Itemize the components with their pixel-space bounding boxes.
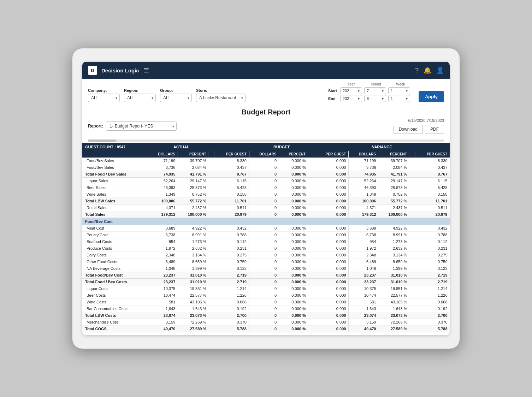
end-week-select[interactable]: 1 xyxy=(388,95,410,102)
scroll-thumb[interactable] xyxy=(88,140,116,142)
col-label xyxy=(82,151,148,158)
region-label: Region: xyxy=(124,88,156,93)
period-col-header: Period xyxy=(365,82,387,86)
pdf-button[interactable]: PDF xyxy=(425,125,444,134)
data-row: Beer Costs10,47422.577 %1.22600.000 %0.0… xyxy=(82,292,450,299)
store-filter: Store: A Lucky Restaurant xyxy=(196,88,246,102)
total-row: Total Food/Bev Cost23,23731.010 %2.71900… xyxy=(82,272,450,279)
report-select[interactable]: 1- Budget Report- YES xyxy=(106,122,177,131)
total-row: Total Food / Bev Costs23,23731.010 %2.71… xyxy=(82,279,450,285)
nav-right: ? 🔔 👤 xyxy=(415,66,444,74)
data-row: Wine Costs58143.105 %0.06800.000 %0.0005… xyxy=(82,299,450,306)
report-label: Report: xyxy=(88,124,103,129)
screen: D Decision Logic ☰ ? 🔔 👤 Company: ALL xyxy=(82,62,450,335)
scroll-indicator xyxy=(88,140,444,142)
total-row: Total COGS49,47027.589 %5.78800.000 %0.0… xyxy=(82,326,450,332)
end-year-select[interactable]: 202 xyxy=(340,95,362,102)
table-body: Food/Bev Sales71,19939.707 %8.33000.000 … xyxy=(82,158,450,332)
data-row: Seafood Costs9541.273 %0.11200.000 %0.00… xyxy=(82,238,450,245)
sub-section-row: Food/Bev Cost xyxy=(82,218,450,225)
section-header-row: GUEST COUNT : 8547 ACTUAL BUDGET VARIANC… xyxy=(82,143,450,151)
report-title: Budget Report xyxy=(88,108,444,116)
group-filter: Group: ALL xyxy=(160,88,192,102)
data-row: Dairy Costs2,3483.134 %0.27500.000 %0.00… xyxy=(82,252,450,259)
col-var-spacer xyxy=(409,151,415,158)
col-var-pg: PER GUEST xyxy=(415,151,449,158)
year-col-header: Year xyxy=(340,82,362,86)
start-label: Start xyxy=(328,89,338,93)
device-frame: D Decision Logic ☰ ? 🔔 👤 Company: ALL xyxy=(72,48,460,349)
col-var-dollars: DOLLARS xyxy=(348,151,378,158)
data-row: Bar Consumables Costs1,6431.643 %0.19200… xyxy=(82,306,450,312)
col-headers-row: DOLLARS PERCENT PER GUEST DOLLARS PERCEN… xyxy=(82,151,450,158)
region-filter: Region: ALL xyxy=(124,88,156,102)
start-year-select[interactable]: 202 xyxy=(340,87,362,94)
total-row: Total LBW Costs23,07423.073 %2.70000.000… xyxy=(82,312,450,319)
bell-icon[interactable]: 🔔 xyxy=(424,66,431,74)
help-icon[interactable]: ? xyxy=(415,67,419,74)
end-period-select[interactable]: 8 xyxy=(364,95,386,102)
app-title: Decision Logic xyxy=(101,67,139,73)
group-label: Group: xyxy=(160,88,192,93)
report-content: Budget Report Report: 1- Budget Report- … xyxy=(82,105,450,138)
total-row: Total Food / Bev Sales74,93541.791 %8.76… xyxy=(82,171,450,178)
user-icon[interactable]: 👤 xyxy=(436,66,444,74)
logo-icon: D xyxy=(88,66,97,75)
col-bud-pg: PER GUEST xyxy=(314,151,348,158)
col-act-pct: PERCENT xyxy=(177,151,208,158)
nav-left: D Decision Logic ☰ xyxy=(88,66,149,75)
actual-header: ACTUAL xyxy=(148,143,215,151)
apply-button[interactable]: Apply xyxy=(419,91,444,102)
data-row: Beer Sales46,39325.873 %5.42800.000 %0.0… xyxy=(82,184,450,191)
data-row: Other Food Costs6,4898.659 %0.75900.000 … xyxy=(82,259,450,265)
total-row: Total LBW Sales100,00655.772 %11.70100.0… xyxy=(82,198,450,205)
data-row: Liquor Sales52,26429.147 %6.11500.000 %0… xyxy=(82,178,450,184)
col-bud-dollars: DOLLARS xyxy=(249,151,279,158)
data-row: Food/Bev Sales3,7362.084 %0.43700.000 %0… xyxy=(82,164,450,171)
action-buttons: Download PDF xyxy=(394,125,444,134)
end-label: End xyxy=(328,96,338,101)
col-act-spacer xyxy=(208,151,215,158)
total-row: Total Sales179,312100.000 %20.97900.000 … xyxy=(82,211,450,218)
data-row: Produce Costs1,9722.632 %0.23100.000 %0.… xyxy=(82,245,450,252)
top-nav: D Decision Logic ☰ ? 🔔 👤 xyxy=(82,62,450,79)
table-container: GUEST COUNT : 8547 ACTUAL BUDGET VARIANC… xyxy=(82,143,450,335)
region-select[interactable]: ALL xyxy=(124,94,156,102)
data-row: Retail Sales4,3712.437 %0.51100.000 %0.0… xyxy=(82,205,450,211)
data-row: Wine Sales1,3490.752 %0.15800.000 %0.000… xyxy=(82,191,450,198)
data-row: Liquor Costs10,37519.851 %1.21400.000 %0… xyxy=(82,285,450,292)
store-select[interactable]: A Lucky Restaurant xyxy=(196,94,246,102)
col-act-pg: PER GUEST xyxy=(215,151,249,158)
start-week-select[interactable]: 1 xyxy=(388,87,410,94)
group-select[interactable]: ALL xyxy=(160,94,192,102)
store-label: Store: xyxy=(196,88,246,93)
col-bud-spacer xyxy=(308,151,314,158)
filter-bar: Company: ALL Region: ALL xyxy=(82,79,450,105)
variance-header: VARIANCE xyxy=(348,143,415,151)
start-period-select[interactable]: 7 xyxy=(364,87,386,94)
data-row: Merchandise Cost3,15972.269 %0.37000.000… xyxy=(82,319,450,326)
date-display: 6/15/2020-7/19/2020 xyxy=(408,118,444,123)
budget-table: GUEST COUNT : 8547 ACTUAL BUDGET VARIANC… xyxy=(82,143,450,332)
data-row: Food/Bev Sales71,19939.707 %8.33000.000 … xyxy=(82,158,450,164)
company-label: Company: xyxy=(88,88,120,93)
col-act-dollars: DOLLARS xyxy=(148,151,177,158)
guest-count-cell: GUEST COUNT : 8547 xyxy=(82,143,148,151)
data-row: Poultry Cost6,7388.991 %0.78800.000 %0.0… xyxy=(82,232,450,238)
download-button[interactable]: Download xyxy=(394,125,423,134)
col-var-pct: PERCENT xyxy=(378,151,409,158)
data-row: NA Beverage Costs1,0481.399 %0.12300.000… xyxy=(82,265,450,272)
company-filter: Company: ALL xyxy=(88,88,120,102)
budget-header: BUDGET xyxy=(249,143,314,151)
data-row: Meat Cost3,6894.922 %0.43200.000 %0.0003… xyxy=(82,225,450,232)
col-bud-pct: PERCENT xyxy=(279,151,308,158)
hamburger-icon[interactable]: ☰ xyxy=(143,66,149,74)
week-col-header: Week xyxy=(390,82,412,86)
company-select[interactable]: ALL xyxy=(88,94,120,102)
